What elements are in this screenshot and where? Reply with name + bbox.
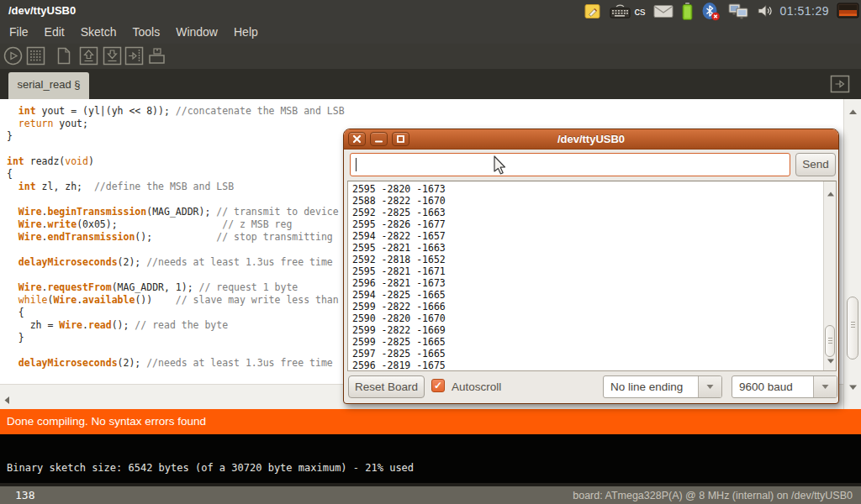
- scroll-left-icon[interactable]: [4, 392, 10, 407]
- desktop: /dev/ttyUSB0 cs 01:51:29 FileEditSketchT…: [0, 0, 861, 504]
- serial-line: 2588 -2822 -1670: [352, 195, 836, 207]
- stop-icon[interactable]: [26, 46, 45, 66]
- serial-output-area[interactable]: 2595 -2820 -16732588 -2822 -16702592 -28…: [347, 181, 837, 371]
- line-ending-select[interactable]: No line ending: [603, 375, 722, 398]
- serial-line: 2592 -2825 -1663: [352, 207, 836, 218]
- menu-bar: FileEditSketchToolsWindowHelp: [0, 22, 861, 42]
- mail-icon[interactable]: [653, 4, 673, 18]
- note-icon[interactable]: [584, 2, 602, 21]
- serial-output-lines: 2595 -2820 -16732588 -2822 -16702592 -28…: [348, 181, 836, 371]
- open-icon[interactable]: [79, 46, 98, 66]
- verify-icon[interactable]: [3, 46, 23, 66]
- vertical-scrollbar[interactable]: [843, 99, 861, 409]
- mouse-cursor-icon: [489, 155, 506, 180]
- baud-rate-select[interactable]: 9600 baud: [732, 375, 837, 398]
- serial-line: 2594 -2822 -1657: [352, 230, 836, 242]
- scrollbar-thumb[interactable]: [847, 297, 858, 360]
- menu-item-window[interactable]: Window: [173, 24, 220, 40]
- menu-item-tools[interactable]: Tools: [130, 24, 163, 40]
- reset-board-button[interactable]: Reset Board: [348, 375, 425, 398]
- menu-item-file[interactable]: File: [7, 24, 31, 40]
- serial-line: 2597 -2825 -1665: [352, 348, 836, 360]
- autoscroll-label[interactable]: Autoscroll: [452, 375, 501, 398]
- autoscroll-checkbox[interactable]: ✓: [431, 379, 445, 392]
- session-icon[interactable]: [837, 3, 859, 20]
- new-sketch-icon[interactable]: [54, 46, 73, 66]
- dialog-title: /dev/ttyUSB0: [344, 129, 838, 150]
- serial-line: 2595 -2820 -1673: [352, 183, 836, 195]
- serial-line: 2595 -2821 -1671: [352, 265, 836, 277]
- serial-line: 2596 -2821 -1673: [352, 277, 836, 289]
- scrollbar-thumb[interactable]: [825, 325, 835, 357]
- window-title: /dev/ttyUSB0: [8, 0, 76, 22]
- toolbar: [0, 44, 861, 69]
- upload-icon[interactable]: [124, 46, 144, 66]
- scroll-up-icon[interactable]: [827, 185, 834, 200]
- tab-serial-read[interactable]: serial_read §: [8, 72, 89, 99]
- serial-line: 2595 -2826 -1677: [352, 218, 836, 230]
- save-icon[interactable]: [103, 46, 122, 66]
- line-ending-value: No line ending: [610, 376, 683, 397]
- serial-line: 2592 -2818 -1652: [352, 254, 836, 265]
- board-info: board: ATmega328P(A) @ 8 MHz (internal) …: [573, 490, 853, 501]
- baud-rate-value: 9600 baud: [739, 376, 793, 397]
- serial-monitor-window: /dev/ttyUSB0 Send 2595 -2820 -16732588 -…: [343, 129, 839, 404]
- console-output: Binary sketch size: 6542 bytes (of a 307…: [0, 434, 861, 483]
- serial-input[interactable]: [350, 153, 790, 176]
- send-button[interactable]: Send: [795, 153, 836, 176]
- top-panel: /dev/ttyUSB0 cs 01:51:29: [0, 0, 861, 22]
- serial-line: 2599 -2822 -1669: [352, 324, 836, 336]
- serial-line: 2599 -2822 -1666: [352, 301, 836, 312]
- console-line: Binary sketch size: 6542 bytes (of a 307…: [7, 462, 414, 474]
- menu-item-edit[interactable]: Edit: [42, 24, 67, 40]
- code-line: int yout = (yl|(yh << 8)); //concatenate…: [7, 105, 843, 118]
- serial-scrollbar[interactable]: [823, 181, 836, 370]
- dialog-titlebar[interactable]: /dev/ttyUSB0: [344, 129, 838, 150]
- network-icon[interactable]: [728, 3, 749, 20]
- scroll-up-icon[interactable]: [849, 103, 857, 118]
- compile-status-bar: Done compiling. No syntax errors found: [0, 409, 861, 434]
- scroll-down-icon[interactable]: [849, 379, 857, 394]
- serial-line: 2599 -2825 -1665: [352, 336, 836, 348]
- keyboard-icon[interactable]: [610, 3, 631, 19]
- chevron-down-icon[interactable]: [698, 376, 721, 397]
- status-footer: 138 board: ATmega328P(A) @ 8 MHz (intern…: [0, 483, 861, 504]
- battery-icon[interactable]: [681, 2, 694, 21]
- serial-line: 2595 -2821 -1663: [352, 242, 836, 254]
- tab-menu-icon[interactable]: [830, 75, 850, 93]
- bluetooth-icon[interactable]: [701, 2, 721, 21]
- system-tray: cs 01:51:29: [584, 0, 860, 22]
- clock[interactable]: 01:51:29: [780, 4, 830, 18]
- chevron-down-icon[interactable]: [813, 376, 837, 397]
- menu-item-help[interactable]: Help: [231, 24, 261, 40]
- serial-line: 2590 -2820 -1670: [352, 312, 836, 324]
- keyboard-layout-indicator[interactable]: cs: [635, 5, 646, 18]
- serial-line: 2594 -2825 -1665: [352, 289, 836, 301]
- menu-item-sketch[interactable]: Sketch: [78, 24, 119, 40]
- serial-monitor-icon[interactable]: [147, 46, 166, 66]
- text-caret: [356, 158, 357, 171]
- line-number: 138: [15, 489, 34, 501]
- serial-line: 2596 -2819 -1675: [352, 360, 836, 371]
- tab-bar: serial_read §: [0, 69, 861, 99]
- volume-icon[interactable]: [757, 3, 773, 19]
